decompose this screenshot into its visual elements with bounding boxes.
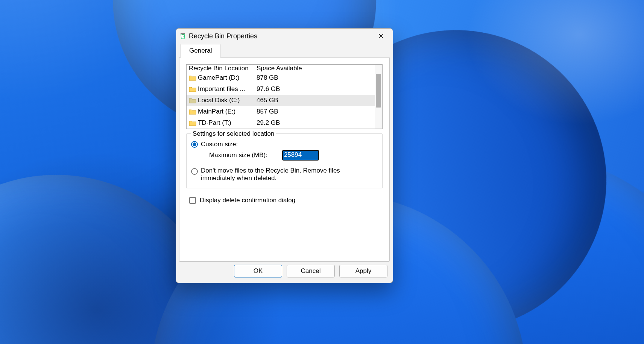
scrollbar-thumb[interactable] <box>376 74 381 108</box>
cancel-label: Cancel <box>301 267 321 275</box>
titlebar[interactable]: Recycle Bin Properties <box>176 29 393 44</box>
location-cell: Local Disk (C:) <box>189 97 257 104</box>
tab-label: General <box>189 47 212 54</box>
locations-header[interactable]: Recycle Bin Location Space Available <box>187 65 375 72</box>
option-dont-move[interactable]: Don't move files to the Recycle Bin. Rem… <box>191 167 378 182</box>
location-name: TD-Part (T:) <box>198 119 231 127</box>
tab-strip: General <box>176 44 393 57</box>
location-row[interactable]: MainPart (E:)857 GB <box>187 106 375 117</box>
ok-label: OK <box>254 267 263 275</box>
location-name: MainPart (E:) <box>198 108 235 115</box>
location-name: Important files ... <box>198 85 245 93</box>
apply-button[interactable]: Apply <box>339 265 387 277</box>
location-row[interactable]: TD-Part (T:)29.2 GB <box>187 117 375 129</box>
maximum-size-label: Maximum size (MB): <box>209 152 267 159</box>
header-space: Space Available <box>257 65 375 72</box>
maximum-size-input[interactable] <box>283 150 319 160</box>
recycle-bin-icon <box>179 32 187 40</box>
ok-button[interactable]: OK <box>234 265 282 277</box>
folder-icon <box>189 120 196 126</box>
dialog-buttons: OK Cancel Apply <box>176 265 393 283</box>
folder-icon <box>189 86 196 92</box>
radio-custom-size[interactable] <box>191 141 198 148</box>
folder-icon <box>189 97 196 103</box>
locations-grid: Recycle Bin Location Space Available Gam… <box>187 65 375 129</box>
folder-icon <box>189 109 196 115</box>
confirm-label: Display delete confirmation dialog <box>200 197 295 204</box>
space-available-cell: 29.2 GB <box>257 119 375 127</box>
window-title: Recycle Bin Properties <box>189 32 257 40</box>
svg-rect-0 <box>181 33 185 34</box>
option-custom-size[interactable]: Custom size: <box>191 141 378 148</box>
location-cell: GamePart (D:) <box>189 74 257 82</box>
confirm-row[interactable]: Display delete confirmation dialog <box>189 197 383 204</box>
space-available-cell: 857 GB <box>257 108 375 115</box>
tab-panel-general: Recycle Bin Location Space Available Gam… <box>179 57 390 262</box>
location-row[interactable]: Local Disk (C:)465 GB <box>187 95 375 106</box>
location-name: GamePart (D:) <box>198 74 240 82</box>
location-cell: TD-Part (T:) <box>189 119 257 127</box>
confirm-checkbox[interactable] <box>189 197 196 204</box>
scrollbar[interactable] <box>375 65 382 129</box>
tab-general[interactable]: General <box>181 44 220 58</box>
location-cell: MainPart (E:) <box>189 108 257 115</box>
folder-icon <box>189 75 196 81</box>
cancel-button[interactable]: Cancel <box>287 265 335 277</box>
location-cell: Important files ... <box>189 85 257 93</box>
header-location: Recycle Bin Location <box>189 65 257 72</box>
space-available-cell: 465 GB <box>257 97 375 104</box>
location-row[interactable]: Important files ...97.6 GB <box>187 83 375 95</box>
maximum-size-row: Maximum size (MB): <box>209 150 378 160</box>
space-available-cell: 97.6 GB <box>257 85 375 93</box>
radio-dont-move[interactable] <box>191 168 198 175</box>
location-row[interactable]: GamePart (D:)878 GB <box>187 72 375 83</box>
settings-group: Settings for selected location Custom si… <box>186 133 383 188</box>
desktop-wallpaper: Recycle Bin Properties General Recycle B… <box>0 0 644 344</box>
space-available-cell: 878 GB <box>257 74 375 82</box>
close-icon <box>378 33 384 39</box>
locations-listbox: Recycle Bin Location Space Available Gam… <box>186 64 383 129</box>
properties-dialog: Recycle Bin Properties General Recycle B… <box>176 28 393 283</box>
location-name: Local Disk (C:) <box>198 97 240 104</box>
apply-label: Apply <box>355 267 372 275</box>
custom-size-label: Custom size: <box>201 141 238 148</box>
close-button[interactable] <box>372 30 390 42</box>
dont-move-label: Don't move files to the Recycle Bin. Rem… <box>201 167 351 182</box>
settings-group-label: Settings for selected location <box>191 130 276 138</box>
